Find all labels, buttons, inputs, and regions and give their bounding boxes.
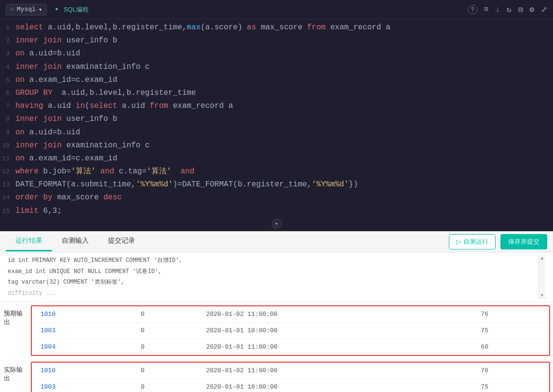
dropdown-icon: ▾ bbox=[39, 6, 42, 13]
line-number: 15 bbox=[0, 206, 15, 217]
actual-output-section: 实际输出 101002020-01-02 11:00:0076100302020… bbox=[0, 359, 553, 392]
tab-result[interactable]: 运行结果 bbox=[6, 232, 52, 251]
token: a.uid,b.level,b.register_time, bbox=[43, 23, 187, 32]
db-name: Mysql bbox=[17, 6, 36, 13]
line-number: 14 bbox=[0, 193, 15, 203]
table-cell: 0 bbox=[132, 323, 198, 339]
sql-tab-indicator: • SQL编程 bbox=[54, 5, 89, 14]
token: on bbox=[15, 49, 25, 58]
schema-line-1: id int PRIMARY KEY AUTO_INCREMENT COMMEN… bbox=[8, 255, 539, 266]
main-layout: ○ Mysql ▾ • SQL编程 ? ≡ ↓ ↻ ⊟ ⚙ ⤢ 1select … bbox=[0, 0, 553, 392]
code-line: 10inner join examination_info c bbox=[0, 139, 553, 152]
token: examination_info c bbox=[62, 141, 149, 150]
schema-line-3: tag varchar(32) COMMENT '类别标签', bbox=[8, 277, 539, 288]
token: a.uid=b.uid bbox=[25, 128, 80, 137]
refresh-icon[interactable]: ↻ bbox=[507, 5, 512, 14]
line-code: on a.uid=b.uid bbox=[15, 47, 553, 60]
line-code: select a.uid,b.level,b.register_time,max… bbox=[15, 21, 553, 34]
token: and bbox=[100, 167, 114, 176]
table-row: 100302020-01-01 10:00:0075 bbox=[32, 323, 549, 339]
table-cell: 2020-01-02 11:00:00 bbox=[197, 363, 472, 379]
line-number: 11 bbox=[0, 154, 15, 164]
expand-icon[interactable]: ⤢ bbox=[541, 5, 547, 14]
token: max_score bbox=[53, 193, 104, 202]
code-line: 3on a.uid=b.uid bbox=[0, 47, 553, 60]
list-icon[interactable]: ≡ bbox=[484, 5, 489, 14]
line-code: limit 6,3; bbox=[15, 205, 553, 218]
table-cell: 76 bbox=[472, 363, 549, 379]
submit-button[interactable]: 保存并提交 bbox=[500, 234, 547, 249]
table-cell: 0 bbox=[132, 379, 198, 392]
copy-icon[interactable]: ⊟ bbox=[518, 5, 523, 14]
code-line: 8inner join user_info b bbox=[0, 113, 553, 126]
token: b.job= bbox=[39, 167, 71, 176]
code-editor: 1select a.uid,b.level,b.register_time,ma… bbox=[0, 19, 553, 231]
token: limit bbox=[15, 207, 39, 215]
line-number: 10 bbox=[0, 141, 15, 151]
code-line: 13DATE_FORMAT(a.submit_time,'%Y%m%d')=DA… bbox=[0, 178, 553, 191]
token: ( bbox=[85, 102, 90, 110]
code-line: 2inner join user_info b bbox=[0, 34, 553, 47]
table-cell: 0 bbox=[132, 306, 198, 323]
line-code: order by max_score desc bbox=[15, 191, 553, 204]
settings-icon[interactable]: ⚙ bbox=[529, 5, 534, 14]
token: c.tag= bbox=[114, 167, 147, 176]
bottom-section: id int PRIMARY KEY AUTO_INCREMENT COMMEN… bbox=[0, 252, 553, 392]
token: having bbox=[15, 102, 43, 110]
help-icon[interactable]: ? bbox=[468, 5, 477, 14]
table-cell: 1010 bbox=[32, 306, 132, 323]
db-selector[interactable]: ○ Mysql ▾ bbox=[6, 4, 47, 15]
token: on bbox=[15, 76, 25, 84]
token: from bbox=[307, 23, 325, 32]
expected-output-table-container: 101002020-01-02 11:00:0076100302020-01-0… bbox=[31, 305, 550, 356]
expected-output-table: 101002020-01-02 11:00:0076100302020-01-0… bbox=[32, 306, 549, 355]
scrollbar-up[interactable]: ▲ bbox=[541, 256, 543, 261]
scrollbar-down[interactable]: ▼ bbox=[541, 293, 543, 298]
tabs-bar: 运行结果 自测输入 提交记录 ▷ 自测运行 保存并提交 bbox=[0, 231, 553, 252]
scroll-down-btn[interactable]: ▾ bbox=[271, 219, 282, 229]
line-number: 6 bbox=[0, 88, 15, 99]
download-icon[interactable]: ↓ bbox=[495, 5, 500, 14]
scroll-hint: ▾ bbox=[0, 218, 553, 230]
token: }) bbox=[349, 180, 358, 189]
token: a.uid bbox=[43, 102, 76, 110]
token bbox=[95, 167, 100, 176]
token: a.uid=b.uid bbox=[25, 49, 80, 58]
line-number: 4 bbox=[0, 62, 15, 73]
line-code: DATE_FORMAT(a.submit_time,'%Y%m%d')=DATE… bbox=[15, 178, 553, 191]
run-button[interactable]: ▷ 自测运行 bbox=[449, 234, 496, 249]
table-cell: 0 bbox=[132, 363, 198, 379]
code-line: 12where b.job='算法' and c.tag='算法' and bbox=[0, 165, 553, 178]
code-line: 1select a.uid,b.level,b.register_time,ma… bbox=[0, 21, 553, 34]
line-number: 5 bbox=[0, 75, 15, 86]
table-row: 100402020-01-01 11:00:0060 bbox=[32, 339, 549, 355]
token: GROUP BY bbox=[15, 89, 53, 97]
line-number: 13 bbox=[0, 180, 15, 190]
schema-line-4: difficulty ... bbox=[8, 288, 539, 299]
token: order by bbox=[15, 193, 53, 202]
top-bar-right: ? ≡ ↓ ↻ ⊟ ⚙ ⤢ bbox=[468, 5, 547, 14]
token: user_info b bbox=[62, 36, 117, 45]
table-row: 101002020-01-02 11:00:0076 bbox=[32, 363, 549, 379]
line-number: 8 bbox=[0, 114, 15, 125]
token: on bbox=[15, 128, 25, 137]
token: a.uid,b.level,b.register_time bbox=[53, 89, 196, 97]
expected-output-section: 预期输出 101002020-01-02 11:00:0076100302020… bbox=[0, 302, 553, 356]
table-cell: 2020-01-01 11:00:00 bbox=[197, 339, 472, 355]
tab-submit[interactable]: 提交记录 bbox=[98, 232, 145, 251]
line-code: inner join user_info b bbox=[15, 113, 553, 126]
token: 6,3; bbox=[39, 207, 62, 215]
table-cell: 1003 bbox=[32, 379, 132, 392]
table-cell: 75 bbox=[472, 323, 549, 339]
line-code: on a.uid=b.uid bbox=[15, 126, 553, 139]
token: a.uid bbox=[117, 102, 149, 110]
tab-self-test[interactable]: 自测输入 bbox=[52, 232, 98, 251]
line-number: 2 bbox=[0, 36, 15, 46]
db-icon: ○ bbox=[10, 6, 14, 13]
line-number: 9 bbox=[0, 128, 15, 138]
run-icon: ▷ bbox=[456, 238, 461, 245]
table-cell: 0 bbox=[132, 339, 198, 355]
schema-text: id int PRIMARY KEY AUTO_INCREMENT COMMEN… bbox=[8, 255, 539, 299]
token: inner join bbox=[15, 63, 62, 71]
actual-output-table-container: 101002020-01-02 11:00:0076100302020-01-0… bbox=[31, 362, 550, 392]
